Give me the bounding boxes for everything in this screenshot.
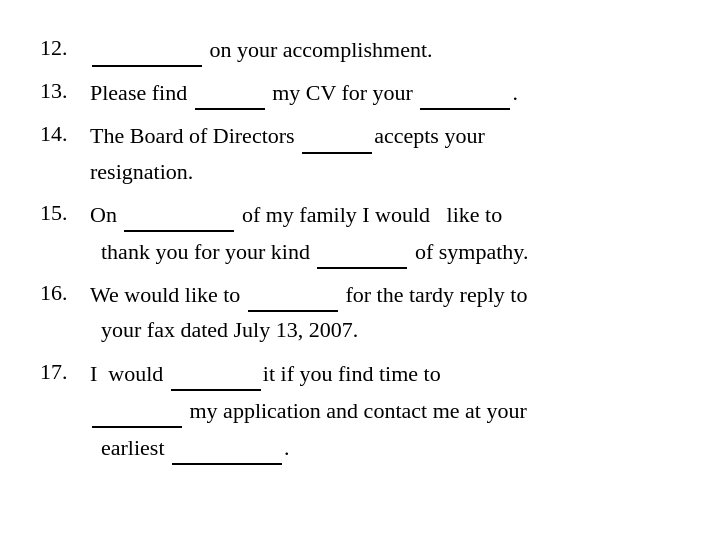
blank <box>195 73 265 110</box>
list-item: 12. on your accomplishment. <box>40 30 680 67</box>
item-number: 16. <box>40 275 90 347</box>
item-text: The Board of Directors accepts your resi… <box>90 116 680 188</box>
item-text: We would like to for the tardy reply to … <box>90 275 680 347</box>
item-text: On of my family I would like to thank yo… <box>90 195 680 269</box>
main-content: 12. on your accomplishment. 13. Please f… <box>0 0 720 501</box>
item-number: 13. <box>40 73 90 110</box>
list-item: 14. The Board of Directors accepts your … <box>40 116 680 188</box>
item-number: 17. <box>40 354 90 466</box>
list-item: 15. On of my family I would like to than… <box>40 195 680 269</box>
item-number: 15. <box>40 195 90 269</box>
blank <box>420 73 510 110</box>
item-text: on your accomplishment. <box>90 30 680 67</box>
list-item: 13. Please find my CV for your . <box>40 73 680 110</box>
blank <box>317 232 407 269</box>
item-text: I would it if you find time to my applic… <box>90 354 680 466</box>
list-item: 16. We would like to for the tardy reply… <box>40 275 680 347</box>
item-text: Please find my CV for your . <box>90 73 680 110</box>
item-number: 12. <box>40 30 90 67</box>
blank <box>92 30 202 67</box>
blank <box>92 391 182 428</box>
blank <box>171 354 261 391</box>
blank <box>248 275 338 312</box>
blank <box>124 195 234 232</box>
list-item: 17. I would it if you find time to my ap… <box>40 354 680 466</box>
item-number: 14. <box>40 116 90 188</box>
blank <box>302 116 372 153</box>
blank <box>172 428 282 465</box>
